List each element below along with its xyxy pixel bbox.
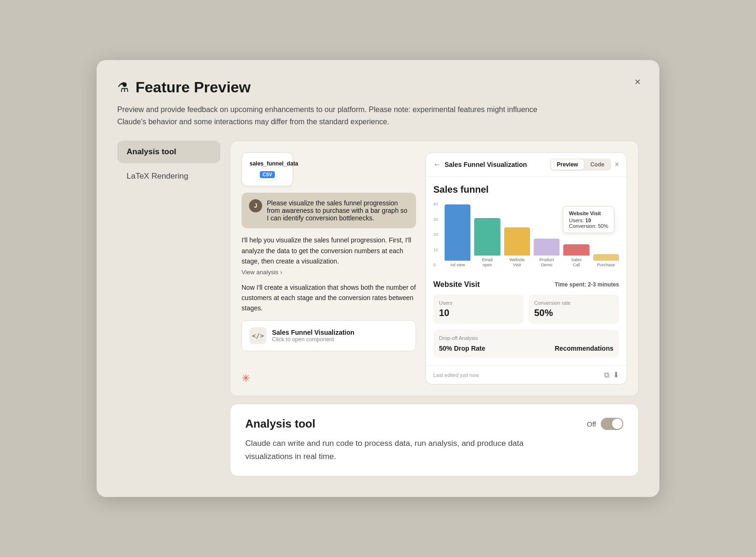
y-tick-10: 10 [433,248,438,252]
description-panel: Analysis tool Off Claude can write and r… [230,404,639,476]
chart-area: 40 30 20 10 0 Ad [433,202,619,277]
viz-header: ← Sales Funnel Visualization Preview Cod… [426,153,627,177]
modal-title: Feature Preview [136,79,250,96]
metric-conversion: Conversion rate 50% [529,294,619,324]
detail-header: Website Visit Time spent: 2-3 minutes [433,280,619,289]
viz-back-button[interactable]: ← [433,160,441,169]
close-button[interactable]: × [635,77,641,87]
sidebar: Analysis tool LaTeX Rendering [117,141,220,476]
component-info: Sales Funnel Visualization Click to open… [272,329,355,343]
user-avatar: J [249,199,262,212]
user-message: J Please visualize the sales funnel prog… [242,193,416,228]
tooltip-conversion: Conversion: 50% [569,223,608,229]
viz-panel: ← Sales Funnel Visualization Preview Cod… [425,152,627,384]
view-analysis-link[interactable]: View analysis › [242,269,416,276]
file-badge: CSV [260,171,275,178]
y-tick-0: 0 [433,263,438,267]
bar-product-demo: ProductDemo [534,239,559,268]
toggle-knob [612,419,622,429]
component-card[interactable]: </> Sales Funnel Visualization Click to … [242,320,416,351]
chart-tooltip: Website Visit Users: 10 Conversion: 50% [563,206,614,233]
bar-purchase: Purchase [593,254,619,268]
sidebar-item-analysis-tool[interactable]: Analysis tool [117,141,220,163]
toggle-label: Off [587,420,596,428]
bar-website-visit: WebsiteVisit [504,227,530,268]
snowflake-icon: ✳ [242,372,416,384]
assistant-response-2: Now I'll create a visualization that sho… [242,282,416,314]
viz-tab-code[interactable]: Code [585,159,610,170]
metrics-row: Users 10 Conversion rate 50% [433,294,619,324]
component-icon: </> [249,327,266,344]
bar-ad-view: Ad view [445,204,470,268]
viz-close-button[interactable]: × [615,160,619,169]
viz-footer: Last edited just now ⧉ ⬇ [426,365,627,384]
viz-tab-preview[interactable]: Preview [551,159,583,170]
assistant-response-1: I'll help you visualize the sales funnel… [242,235,416,275]
preview-panel: sales_funnel_data CSV J Please visualize… [230,141,639,396]
desc-header: Analysis tool Off [245,417,623,430]
file-card-name: sales_funnel_data [249,160,285,167]
bar-sales-call: SalesCall [563,244,589,268]
content-area: sales_funnel_data CSV J Please visualize… [230,141,639,476]
flask-icon: ⚗ [117,80,129,95]
download-button[interactable]: ⬇ [613,370,619,379]
dropoff-section: Drop-off Analysis 50% Drop Rate Recommen… [433,330,619,358]
time-spent: Time spent: 2-3 minutes [555,281,619,288]
detail-section: Website Visit Time spent: 2-3 minutes Us… [433,280,619,358]
y-tick-40: 40 [433,202,438,206]
desc-text: Claude can write and run code to process… [245,437,564,462]
chat-section: sales_funnel_data CSV J Please visualize… [242,152,416,384]
viz-funnel-title: Sales funnel [433,184,619,195]
modal-subtitle: Preview and provide feedback on upcoming… [117,104,539,128]
tooltip-users: Users: 10 [569,218,608,223]
copy-button[interactable]: ⧉ [604,370,609,379]
modal-header: ⚗ Feature Preview × [117,79,639,96]
dropoff-row: 50% Drop Rate Recommendations [439,345,613,352]
file-card: sales_funnel_data CSV [242,152,293,186]
sidebar-item-latex-rendering[interactable]: LaTeX Rendering [117,165,220,188]
viz-tabs: Preview Code [550,158,611,171]
footer-actions: ⧉ ⬇ [604,370,619,379]
modal-body: Analysis tool LaTeX Rendering sales_funn… [117,141,639,476]
y-tick-20: 20 [433,232,438,237]
viz-content: Sales funnel 40 30 20 10 0 [426,177,627,365]
feature-preview-modal: ⚗ Feature Preview × Preview and provide … [97,60,659,497]
viz-title: Sales Funnel Visualization [445,161,546,168]
y-tick-30: 30 [433,217,438,222]
desc-title: Analysis tool [245,417,315,430]
bar-email-open: Emailopen [474,218,500,268]
analysis-tool-toggle[interactable] [601,418,623,430]
metric-users: Users 10 [433,294,524,324]
toggle-area: Off [587,418,623,430]
